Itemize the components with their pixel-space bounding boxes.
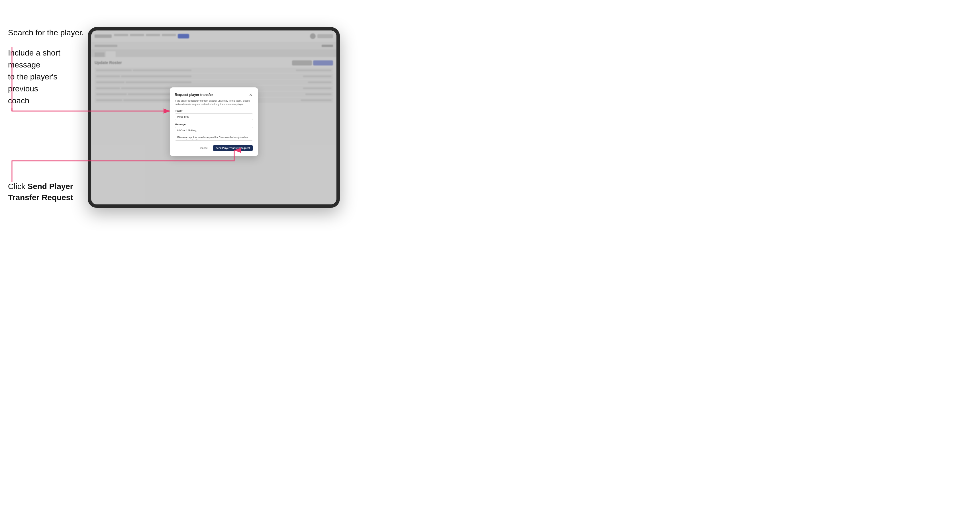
player-input[interactable]	[175, 113, 253, 120]
annotation-search: Search for the player.	[8, 27, 84, 38]
modal-header: Request player transfer ✕	[175, 92, 253, 97]
request-transfer-modal: Request player transfer ✕ If the player …	[170, 87, 258, 156]
modal-title: Request player transfer	[175, 93, 213, 97]
message-field-label: Message	[175, 123, 253, 126]
annotation-click: Click Send Player Transfer Request	[8, 181, 73, 203]
player-field-label: Player	[175, 110, 253, 112]
cancel-button[interactable]: Cancel	[198, 146, 210, 151]
modal-footer: Cancel Send Player Transfer Request	[175, 145, 253, 151]
modal-overlay: Request player transfer ✕ If the player …	[91, 30, 336, 205]
modal-description: If the player is transferring from anoth…	[175, 99, 253, 106]
tablet-screen: Update Roster	[91, 30, 336, 205]
message-textarea[interactable]: Hi Coach McHarg, Please accept this tran…	[175, 127, 253, 141]
annotation-message: Include a short message to the player's …	[8, 47, 85, 107]
tablet-frame: Update Roster	[88, 27, 340, 208]
send-transfer-request-button[interactable]: Send Player Transfer Request	[213, 145, 253, 151]
modal-close-button[interactable]: ✕	[248, 92, 253, 97]
